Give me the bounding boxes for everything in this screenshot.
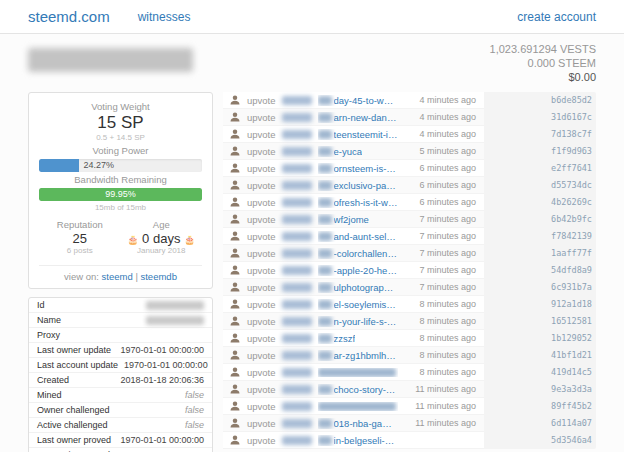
- tx-title-link[interactable]: ornsteem-is-beating-bitcoin: [334, 163, 398, 174]
- logo-link[interactable]: steemd.com: [28, 8, 110, 25]
- tx-hash-link[interactable]: d55734dc: [484, 177, 596, 194]
- transaction-row: upvote 11 minutes ago 89ff45b2: [223, 398, 596, 415]
- tx-title-link[interactable]: 018-nba-game-washington-wizards-aga...: [334, 418, 398, 429]
- voting-weight-detail: 0.5 + 14.5 SP: [39, 133, 202, 142]
- tx-hash-link[interactable]: 16512581: [484, 313, 596, 330]
- tx-hash-link[interactable]: 419d14c5: [484, 364, 596, 381]
- user-avatar-icon: [229, 162, 241, 174]
- tx-timestamp: 11 minutes ago: [404, 401, 476, 411]
- tx-title-wrap: day-45-to-wales-around-the-world-in-...: [318, 95, 398, 106]
- property-value: [146, 316, 204, 325]
- tx-title-link[interactable]: exclusivo-para-steemit-sencillo-y-...: [334, 180, 398, 191]
- tx-title-redacted-prefix: [318, 232, 332, 241]
- tx-hash-link[interactable]: 31d6167c: [484, 109, 596, 126]
- user-avatar-icon: [229, 196, 241, 208]
- property-row: Last owner update 1970-01-01 00:00:00: [29, 343, 212, 358]
- property-value: [146, 301, 204, 310]
- tx-title-link[interactable]: zzszf: [334, 333, 356, 344]
- tx-timestamp: 7 minutes ago: [404, 265, 476, 275]
- tx-hash-link[interactable]: 89ff45b2: [484, 398, 596, 415]
- tx-author-redacted[interactable]: [282, 436, 312, 445]
- tx-title-link[interactable]: e-yuca: [334, 146, 363, 157]
- tx-title-redacted-prefix: [318, 130, 332, 139]
- age-detail: January 2018: [121, 246, 203, 255]
- tx-timestamp: 4 minutes ago: [404, 112, 476, 122]
- tx-action-label: upvote: [247, 367, 276, 378]
- tx-title-link[interactable]: -apple-20-health-benefits: [334, 265, 398, 276]
- transaction-main: upvote 018-nba-game-washington-wizards-a…: [223, 415, 484, 432]
- nav-witnesses-link[interactable]: witnesses: [138, 10, 191, 24]
- steemd-link[interactable]: steemd: [102, 271, 133, 282]
- user-avatar-icon: [229, 383, 241, 395]
- tx-hash-link[interactable]: 7d138c7f: [484, 126, 596, 143]
- tx-hash-link[interactable]: b6de85d2: [484, 92, 596, 109]
- tx-author-redacted[interactable]: [282, 283, 312, 292]
- transaction-row: upvote n-your-life-s-journey 8 minutes a…: [223, 313, 596, 330]
- tx-author-redacted[interactable]: [282, 334, 312, 343]
- top-navbar: steemd.com witnesses create account: [0, 0, 624, 34]
- tx-hash-link[interactable]: f7842139: [484, 228, 596, 245]
- tx-author-redacted[interactable]: [282, 402, 312, 411]
- tx-title-link[interactable]: ar-zg1hbmlh-o3in3: [334, 350, 398, 361]
- tx-author-redacted[interactable]: [282, 300, 312, 309]
- tx-hash-link[interactable]: e2ff7641: [484, 160, 596, 177]
- create-account-link[interactable]: create account: [517, 10, 596, 24]
- steemdb-link[interactable]: steemdb: [140, 271, 176, 282]
- tx-author-redacted[interactable]: [282, 181, 312, 190]
- tx-title-link[interactable]: -colorchallenge-thursday-green: [334, 248, 398, 259]
- tx-hash-link[interactable]: 41bf1d21: [484, 347, 596, 364]
- tx-author-redacted[interactable]: [282, 351, 312, 360]
- tx-author-redacted[interactable]: [282, 198, 312, 207]
- tx-title-wrap: choco-story-puppy-photo-series-of-a...: [318, 384, 398, 395]
- tx-title-redacted-prefix: [318, 300, 332, 309]
- property-row: Last account update 1970-01-01 00:00:00: [29, 358, 212, 373]
- transaction-main: upvote zzszf 8 minutes ago: [223, 330, 484, 347]
- tx-author-redacted[interactable]: [282, 147, 312, 156]
- tx-title-link[interactable]: and-aunt-selfie-mode-7363c5d90b3ef: [334, 231, 398, 242]
- tx-author-redacted[interactable]: [282, 249, 312, 258]
- tx-title-link[interactable]: choco-story-puppy-photo-series-of-a...: [334, 384, 398, 395]
- tx-author-redacted[interactable]: [282, 96, 312, 105]
- tx-author-redacted[interactable]: [282, 368, 312, 377]
- transaction-main: upvote -apple-20-health-benefits 7 minut…: [223, 262, 484, 279]
- tx-hash-link[interactable]: 6b42b9fc: [484, 211, 596, 228]
- tx-title-link[interactable]: arn-new-dancing-skills-call-shaku-sh...: [334, 112, 398, 123]
- tx-title-link[interactable]: el-soeylemis-hak-dostu-98d5d0b8d7be: [334, 299, 398, 310]
- tx-timestamp: 11 minutes ago: [404, 418, 476, 428]
- tx-hash-link[interactable]: 6c931b7a: [484, 279, 596, 296]
- transaction-main: upvote in-belgeseli-banking-on-bitcoin: [223, 432, 484, 449]
- tx-hash-link[interactable]: 1b129052: [484, 330, 596, 347]
- tx-author-redacted[interactable]: [282, 130, 312, 139]
- tx-title-link[interactable]: day-45-to-wales-around-the-world-in-...: [334, 95, 398, 106]
- tx-title-redacted-prefix: [318, 181, 332, 190]
- tx-title-link[interactable]: teensteemit-iron-chef-2018-act-01-ro...: [334, 129, 398, 140]
- tx-hash-link[interactable]: 4b26269c: [484, 194, 596, 211]
- tx-hash-link[interactable]: 9e3a3d3a: [484, 381, 596, 398]
- tx-author-redacted[interactable]: [282, 419, 312, 428]
- tx-author-redacted[interactable]: [282, 215, 312, 224]
- transaction-row: upvote exclusivo-para-steemit-sencillo-y…: [223, 177, 596, 194]
- tx-title-link[interactable]: in-belgeseli-banking-on-bitcoin: [334, 435, 398, 446]
- user-avatar-icon: [229, 434, 241, 446]
- tx-author-redacted[interactable]: [282, 266, 312, 275]
- voting-weight-value: 15 SP: [39, 113, 202, 133]
- tx-action-label: upvote: [247, 282, 276, 293]
- tx-hash-link[interactable]: 912a1d18: [484, 296, 596, 313]
- tx-title-link[interactable]: ulphotography-colourful-nature-in-...: [334, 282, 398, 293]
- tx-title-link[interactable]: wf2jome: [334, 214, 369, 225]
- property-row: Created 2018-01-18 20:06:36: [29, 373, 212, 388]
- transaction-row: upvote wf2jome 7 minutes ago 6b42b9fc: [223, 211, 596, 228]
- tx-author-redacted[interactable]: [282, 113, 312, 122]
- tx-author-redacted[interactable]: [282, 232, 312, 241]
- tx-hash-link[interactable]: 5d3546a4: [484, 432, 596, 449]
- tx-author-redacted[interactable]: [282, 317, 312, 326]
- tx-hash-link[interactable]: 1aaff77f: [484, 245, 596, 262]
- tx-title-link[interactable]: ofresh-is-it-worth-it-and-would-i-...: [334, 197, 398, 208]
- tx-title-link[interactable]: n-your-life-s-journey: [334, 316, 398, 327]
- tx-hash-link[interactable]: 6d114a07: [484, 415, 596, 432]
- tx-author-redacted[interactable]: [282, 164, 312, 173]
- tx-author-redacted[interactable]: [282, 385, 312, 394]
- tx-hash-link[interactable]: 54dfd8a9: [484, 262, 596, 279]
- voting-power-label: Voting Power: [39, 145, 202, 156]
- tx-hash-link[interactable]: f1f9d963: [484, 143, 596, 160]
